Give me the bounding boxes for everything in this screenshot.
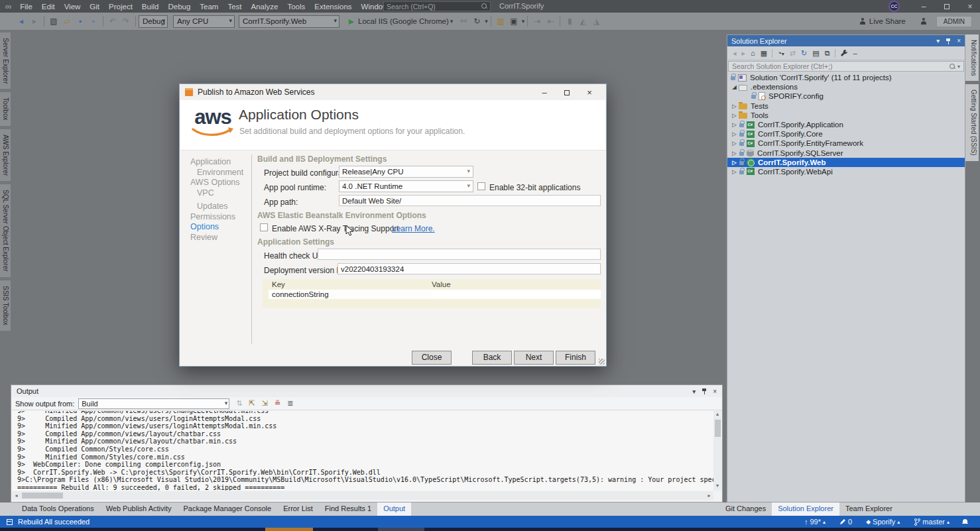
save-icon[interactable]: ▪ bbox=[74, 17, 87, 26]
expand-icon[interactable]: ▷ bbox=[730, 103, 739, 109]
xray-checkbox[interactable] bbox=[260, 223, 268, 231]
dialog-title-bar[interactable]: Publish to Amazon Web Services – × bbox=[180, 84, 606, 100]
learn-more-link[interactable]: Learn More. bbox=[392, 224, 435, 233]
tool-tab-getting-started-ssis[interactable]: Getting Started (SSIS) bbox=[965, 84, 979, 161]
undo-icon[interactable]: ↶ bbox=[106, 17, 119, 26]
tree-item-tools[interactable]: ▷Tools bbox=[727, 111, 965, 120]
panel-tab-solution-explorer[interactable]: Solution Explorer bbox=[772, 502, 839, 516]
next-button[interactable]: Next bbox=[514, 351, 554, 365]
preview-items-icon[interactable]: ‒ bbox=[853, 49, 857, 57]
save-all-icon[interactable]: ▫ bbox=[87, 17, 100, 26]
properties-wrench-icon[interactable] bbox=[840, 49, 848, 57]
panel-tab-data-tools-operations[interactable]: Data Tools Operations bbox=[16, 502, 100, 516]
tree-item-corrit-sporify-sqlserver[interactable]: ▷CorrIT.Sporify.SQLServer bbox=[727, 148, 965, 158]
app-path-input[interactable] bbox=[339, 195, 601, 206]
outdent-icon[interactable]: ⇤ bbox=[544, 17, 557, 26]
close-panel-icon[interactable]: × bbox=[957, 37, 961, 44]
redo-icon[interactable]: ↷ bbox=[119, 17, 133, 26]
expand-icon[interactable]: ▷ bbox=[730, 140, 739, 147]
new-project-icon[interactable]: ▧ bbox=[47, 17, 60, 26]
enable-32bit-checkbox[interactable] bbox=[477, 182, 485, 190]
output-text-area[interactable]: 9> Minified App/common/views/users/chang… bbox=[12, 411, 713, 491]
tool-tab-server-explorer[interactable]: Server Explorer bbox=[0, 32, 11, 89]
table-row[interactable]: connectionString bbox=[263, 290, 601, 299]
dialog-nav-updates[interactable]: Updates bbox=[190, 202, 243, 212]
tool-tab-ssis-toolbox[interactable]: SSIS Toolbox bbox=[0, 280, 11, 331]
back-icon[interactable]: ◂ bbox=[733, 49, 737, 58]
menu-git[interactable]: Git bbox=[85, 1, 104, 12]
finish-button[interactable]: Finish bbox=[556, 351, 595, 365]
tree-item-corrit-sporify-webapi[interactable]: ▷CorrIT.Sporify.WebApi bbox=[727, 167, 965, 176]
prev-bookmark-icon[interactable]: ◭ bbox=[576, 17, 589, 26]
indent-icon[interactable]: ⇥ bbox=[530, 17, 544, 26]
health-check-input[interactable] bbox=[318, 249, 601, 260]
dialog-nav-aws-options[interactable]: AWS Options bbox=[190, 178, 243, 188]
live-share-label[interactable]: Live Share bbox=[869, 17, 906, 25]
menu-file[interactable]: File bbox=[15, 1, 37, 12]
tool-tab-notifications[interactable]: Notifications bbox=[965, 34, 979, 81]
dialog-minimize-button[interactable]: – bbox=[533, 88, 556, 97]
attach-icon[interactable]: ⚯ bbox=[457, 17, 470, 26]
solution-platform-dropdown[interactable]: Any CPU bbox=[173, 15, 235, 28]
clear-all-icon[interactable]: ≞ bbox=[275, 399, 280, 408]
output-vertical-scrollbar[interactable]: ▴ ▾ bbox=[713, 411, 721, 491]
tool-tab-aws-explorer[interactable]: AWS Explorer bbox=[0, 129, 11, 181]
restart-icon[interactable]: ↻ bbox=[470, 17, 483, 26]
scroll-up-icon[interactable]: ▴ bbox=[713, 411, 721, 419]
tool-tab-toolbox[interactable]: Toolbox bbox=[0, 92, 11, 125]
panel-tab-error-list[interactable]: Error List bbox=[277, 502, 319, 516]
expand-icon[interactable]: ▷ bbox=[730, 150, 739, 156]
dialog-nav-permissions[interactable]: Permissions bbox=[190, 212, 243, 223]
search-options-caret-icon[interactable]: ▾ bbox=[957, 64, 960, 70]
expand-icon[interactable]: ▷ bbox=[730, 131, 739, 137]
find-message-icon[interactable]: ⇅ bbox=[236, 399, 242, 408]
collapse-icon[interactable]: ◢ bbox=[730, 84, 739, 90]
dialog-nav-options[interactable]: Options bbox=[190, 222, 243, 233]
panel-tab-find-results-1[interactable]: Find Results 1 bbox=[319, 502, 377, 516]
tree-item-corrit-sporify-entityframework[interactable]: ▷CorrIT.Sporify.EntityFramework bbox=[727, 139, 965, 148]
setting-value[interactable] bbox=[432, 290, 601, 299]
menu-extensions[interactable]: Extensions bbox=[310, 1, 356, 12]
close-button[interactable]: Close bbox=[412, 351, 452, 365]
menu-debug[interactable]: Debug bbox=[163, 1, 195, 12]
forward-icon[interactable]: ▸ bbox=[742, 49, 746, 58]
pin-icon[interactable] bbox=[946, 38, 951, 44]
window-position-caret-icon[interactable]: ▾ bbox=[692, 388, 696, 395]
resize-grip[interactable] bbox=[599, 359, 605, 365]
branch-button[interactable]: master ▴ bbox=[914, 518, 949, 526]
tree-item-sporify-config[interactable]: SPORIFY.config bbox=[727, 91, 965, 101]
tree-item-corrit-sporify-web[interactable]: ▷CorrIT.Sporify.Web bbox=[727, 158, 965, 167]
navigate-forward-icon[interactable]: ▸ bbox=[28, 17, 41, 26]
dialog-nav-review[interactable]: Review bbox=[190, 233, 243, 243]
menu-team[interactable]: Team bbox=[195, 1, 223, 12]
scroll-thumb[interactable] bbox=[22, 493, 63, 499]
back-button[interactable]: Back bbox=[472, 351, 512, 365]
version-input[interactable] bbox=[337, 263, 601, 274]
bookmark-icon[interactable]: ▮ bbox=[563, 17, 576, 26]
show-all-files-icon[interactable]: ⧉ bbox=[825, 49, 830, 58]
unsaved-edits-indicator[interactable]: 0 bbox=[839, 518, 852, 526]
expand-icon[interactable]: ▷ bbox=[730, 121, 739, 128]
start-debugging-icon[interactable]: ▶ bbox=[345, 17, 358, 26]
startup-project-dropdown[interactable]: CorrIT.Sporify.Web bbox=[239, 15, 339, 28]
feedback-icon[interactable] bbox=[920, 18, 927, 25]
scroll-left-icon[interactable]: ◂ bbox=[12, 493, 21, 499]
admin-button[interactable]: ADMIN bbox=[936, 16, 972, 27]
dialog-maximize-button[interactable] bbox=[556, 88, 578, 97]
menu-build[interactable]: Build bbox=[137, 1, 164, 12]
menu-tools[interactable]: Tools bbox=[282, 1, 310, 12]
run-target-caret-icon[interactable]: ▾ bbox=[450, 18, 454, 25]
open-file-icon[interactable]: ▱ bbox=[60, 17, 74, 26]
next-bookmark-icon[interactable]: ◮ bbox=[589, 17, 603, 26]
expand-icon[interactable]: ▷ bbox=[730, 112, 739, 119]
menu-edit[interactable]: Edit bbox=[37, 1, 60, 12]
menu-analyze[interactable]: Analyze bbox=[247, 1, 283, 12]
dialog-nav-environment[interactable]: Environment bbox=[190, 168, 243, 178]
solution-explorer-search[interactable]: Search Solution Explorer (Ctrl+;) ▾ bbox=[728, 61, 964, 72]
menu-test[interactable]: Test bbox=[223, 1, 246, 12]
solution-configuration-dropdown[interactable]: Debug bbox=[139, 15, 168, 28]
scroll-right-icon[interactable]: ▸ bbox=[705, 493, 713, 499]
output-horizontal-scrollbar[interactable]: ◂ ▸ bbox=[12, 491, 713, 500]
sync-active-document-icon[interactable]: ⇄ bbox=[790, 49, 796, 58]
tree-item-tests[interactable]: ▷Tests bbox=[727, 101, 965, 111]
